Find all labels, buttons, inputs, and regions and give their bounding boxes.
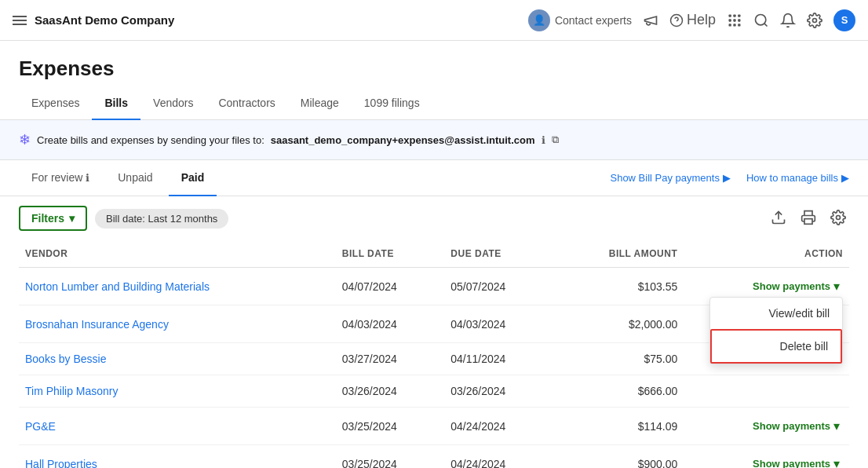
nav-left: SaasAnt Demo Company [13, 13, 522, 27]
for-review-info-icon[interactable]: ℹ [86, 172, 89, 184]
show-payments-group: show_payments Show payments ▾ [753, 277, 843, 295]
bill-date-filter-chip[interactable]: Bill date: Last 12 months [95, 209, 228, 229]
vendor-link[interactable]: Norton Lumber and Building Materials [25, 280, 210, 293]
tab-vendors[interactable]: Vendors [140, 87, 206, 120]
bill-date-cell: 03/26/2024 [336, 375, 444, 408]
page-header: Expenses [0, 41, 868, 81]
show-payments-button[interactable]: Show payments [753, 458, 830, 468]
dropdown-toggle-button[interactable]: ▾ [830, 417, 843, 435]
action-cell: Show payments ▾ [684, 445, 849, 469]
svg-rect-2 [729, 14, 731, 16]
show-payments-group: Show payments ▾ [690, 455, 843, 468]
export-icon[interactable] [768, 207, 790, 231]
help-icon[interactable]: Help [669, 12, 716, 28]
col-action: ACTION [684, 240, 849, 268]
svg-rect-8 [729, 24, 731, 26]
print-icon[interactable] [797, 207, 819, 231]
notifications-icon[interactable] [780, 13, 796, 28]
page-title: Expenses [19, 57, 849, 81]
dropdown-toggle-button[interactable]: ▾ [830, 455, 843, 468]
dropdown-toggle-button[interactable]: ▾ [830, 277, 843, 295]
tab-contractors[interactable]: Contractors [206, 87, 287, 120]
svg-rect-9 [733, 24, 735, 26]
show-payments-button[interactable]: Show payments [753, 420, 830, 432]
banner-text: Create bills and expenses by sending you… [37, 134, 264, 146]
show-bill-pay-link[interactable]: Show Bill Pay payments ▶ [610, 172, 730, 184]
amount-cell: $2,000.00 [553, 305, 684, 343]
vendor-link[interactable]: PG&E [25, 420, 56, 433]
filters-button[interactable]: Filters ▾ [19, 206, 87, 231]
svg-rect-7 [738, 19, 740, 21]
due-date-cell: 05/07/2024 [444, 268, 553, 305]
action-dropdown-menu: View/edit bill Delete bill [709, 297, 843, 364]
info-icon[interactable]: ℹ [542, 134, 545, 146]
megaphone-icon[interactable] [643, 13, 658, 28]
bill-date-cell: 04/07/2024 [336, 268, 444, 305]
top-nav: SaasAnt Demo Company 👤 Contact experts H… [0, 0, 868, 41]
apps-icon[interactable] [727, 13, 742, 28]
arrow-right-icon2: ▶ [841, 172, 849, 184]
banner-email: saasant_demo_company+expenses@assist.int… [271, 134, 535, 146]
action-dropdown: show_payments Show payments ▾ View/edit … [753, 277, 843, 295]
vendor-link[interactable]: Tim Philip Masonry [25, 385, 119, 397]
table-row: Hall Properties 03/25/2024 04/24/2024 $9… [19, 445, 849, 469]
main-tabs: Expenses Bills Vendors Contractors Milea… [0, 87, 868, 120]
amount-cell: $114.09 [553, 408, 684, 445]
arrow-right-icon: ▶ [723, 172, 731, 184]
svg-rect-3 [733, 14, 735, 16]
sub-tab-paid[interactable]: Paid [169, 160, 217, 196]
bill-date-cell: 03/25/2024 [336, 445, 444, 469]
settings-table-icon[interactable] [827, 207, 849, 231]
col-bill-amount: BILL AMOUNT [553, 240, 684, 268]
tab-expenses[interactable]: Expenses [19, 87, 92, 120]
due-date-cell: 03/26/2024 [444, 375, 553, 408]
bill-date-cell: 03/25/2024 [336, 408, 444, 445]
sub-tabs: For review ℹ Unpaid Paid [19, 160, 217, 196]
snowflake-icon: ❄ [19, 131, 31, 148]
nav-right: 👤 Contact experts Help S [528, 9, 855, 31]
settings-icon[interactable] [807, 13, 822, 28]
tab-bills[interactable]: Bills [92, 87, 140, 120]
svg-point-16 [837, 215, 841, 219]
col-due-date: DUE DATE [444, 240, 553, 268]
filters-row: Filters ▾ Bill date: Last 12 months [0, 196, 868, 240]
chevron-down-icon: ▾ [69, 212, 75, 225]
action-cell: Show payments ▾ [684, 408, 849, 445]
svg-rect-15 [804, 218, 812, 224]
action-cell: show_payments Show payments ▾ View/edit … [684, 268, 849, 305]
contact-experts[interactable]: 👤 Contact experts [528, 9, 632, 31]
table-row: Norton Lumber and Building Materials 04/… [19, 268, 849, 305]
user-avatar[interactable]: S [833, 9, 855, 31]
show-payments-button[interactable]: show_payments Show payments [753, 280, 830, 292]
vendor-link[interactable]: Books by Bessie [25, 353, 107, 365]
copy-icon[interactable]: ⧉ [552, 133, 559, 146]
search-icon[interactable] [753, 13, 769, 28]
vendor-link[interactable]: Hall Properties [25, 458, 97, 469]
amount-cell: $75.00 [553, 343, 684, 375]
sub-tab-unpaid[interactable]: Unpaid [105, 160, 165, 196]
sub-tabs-row: For review ℹ Unpaid Paid Show Bill Pay p… [0, 160, 868, 196]
help-label: Help [687, 12, 716, 28]
tab-mileage[interactable]: Mileage [288, 87, 352, 120]
svg-rect-10 [738, 24, 740, 26]
sub-tabs-actions: Show Bill Pay payments ▶ How to manage b… [610, 172, 849, 184]
email-banner: ❄ Create bills and expenses by sending y… [0, 120, 868, 160]
contact-avatar: 👤 [528, 9, 550, 31]
due-date-cell: 04/11/2024 [444, 343, 553, 375]
amount-cell: $900.00 [553, 445, 684, 469]
bill-date-cell: 03/27/2024 [336, 343, 444, 375]
how-to-manage-link[interactable]: How to manage bills ▶ [746, 172, 849, 184]
due-date-cell: 04/03/2024 [444, 305, 553, 343]
view-edit-bill-item[interactable]: View/edit bill [710, 298, 842, 329]
table-row: Tim Philip Masonry 03/26/2024 03/26/2024… [19, 375, 849, 408]
svg-point-11 [756, 14, 766, 24]
amount-cell: $103.55 [553, 268, 684, 305]
svg-point-13 [813, 18, 817, 22]
tab-1099filings[interactable]: 1099 filings [352, 87, 432, 120]
delete-bill-item[interactable]: Delete bill [710, 329, 842, 364]
vendor-link[interactable]: Brosnahan Insurance Agency [25, 318, 169, 331]
sub-tab-for-review[interactable]: For review ℹ [19, 160, 102, 196]
bill-date-cell: 04/03/2024 [336, 305, 444, 343]
svg-rect-5 [729, 19, 731, 21]
hamburger-icon[interactable] [13, 16, 27, 25]
